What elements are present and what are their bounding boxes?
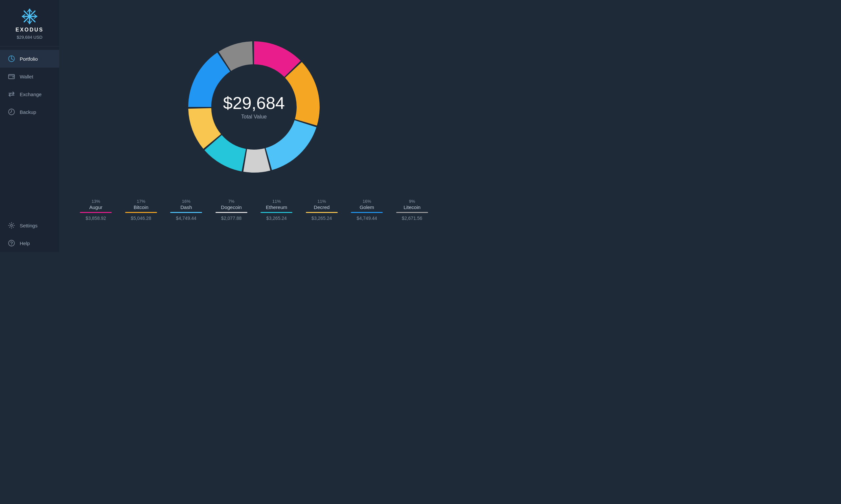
legend: 13% Augur $3,858.92 17% Bitcoin $5,046.2…: [73, 196, 435, 224]
legend-pct-decred: 11%: [317, 199, 326, 204]
legend-name-dogecoin: Dogecoin: [221, 204, 242, 210]
sidebar-item-help[interactable]: Help: [0, 234, 59, 252]
legend-item-litecoin: 9% Litecoin $2,671.56: [390, 196, 435, 224]
legend-item-dash: 16% Dash $4,749.44: [164, 196, 209, 224]
chart-total-label: Total Value: [223, 114, 285, 120]
portfolio-label: Portfolio: [20, 56, 38, 62]
legend-pct-litecoin: 9%: [409, 199, 415, 204]
legend-value-augur: $3,858.92: [86, 216, 106, 221]
app-name: EXODUS: [15, 27, 44, 33]
legend-item-augur: 13% Augur $3,858.92: [73, 196, 119, 224]
svg-point-17: [11, 224, 13, 227]
legend-name-decred: Decred: [314, 204, 329, 210]
legend-pct-ethereum: 11%: [272, 199, 281, 204]
legend-pct-dash: 16%: [182, 199, 191, 204]
legend-name-bitcoin: Bitcoin: [134, 204, 149, 210]
legend-value-litecoin: $2,671.56: [402, 216, 422, 221]
sidebar-item-wallet[interactable]: Wallet: [0, 68, 59, 85]
legend-name-dash: Dash: [181, 204, 192, 210]
legend-value-decred: $3,265.24: [311, 216, 332, 221]
portfolio-chart: $29,684 Total Value: [175, 28, 333, 186]
legend-item-decred: 11% Decred $3,265.24: [299, 196, 345, 224]
legend-bar-litecoin: [396, 212, 428, 213]
exodus-logo-icon: [21, 8, 38, 25]
svg-point-18: [8, 240, 15, 246]
legend-value-bitcoin: $5,046.28: [131, 216, 151, 221]
backup-icon: [8, 108, 15, 115]
legend-item-ethereum: 11% Ethereum $3,265.24: [254, 196, 299, 224]
chart-center: $29,684 Total Value: [223, 94, 285, 120]
exchange-label: Exchange: [20, 92, 42, 97]
legend-item-golem: 16% Golem $4,749.44: [344, 196, 390, 224]
exchange-icon: [8, 91, 15, 98]
sidebar: EXODUS $29,684 USD Portfolio Wallet: [0, 0, 59, 252]
sidebar-item-backup[interactable]: Backup: [0, 103, 59, 121]
legend-pct-dogecoin: 7%: [228, 199, 235, 204]
legend-bar-dash: [170, 212, 202, 213]
sidebar-item-exchange[interactable]: Exchange: [0, 85, 59, 103]
portfolio-icon: [8, 55, 15, 62]
legend-bar-decred: [306, 212, 338, 213]
settings-icon: [8, 222, 15, 229]
legend-value-golem: $4,749.44: [357, 216, 377, 221]
total-usd-header: $29,684 USD: [17, 35, 42, 40]
chart-total-value: $29,684: [223, 94, 285, 112]
legend-pct-golem: 16%: [363, 199, 371, 204]
legend-value-ethereum: $3,265.24: [267, 216, 287, 221]
settings-label: Settings: [20, 223, 37, 228]
legend-name-augur: Augur: [89, 204, 103, 210]
legend-pct-bitcoin: 17%: [137, 199, 145, 204]
legend-value-dash: $4,749.44: [176, 216, 196, 221]
legend-bar-dogecoin: [216, 212, 247, 213]
legend-name-litecoin: Litecoin: [404, 204, 420, 210]
legend-bar-ethereum: [260, 212, 292, 213]
legend-name-golem: Golem: [360, 204, 374, 210]
help-label: Help: [20, 240, 30, 246]
legend-bar-golem: [351, 212, 383, 213]
legend-item-bitcoin: 17% Bitcoin $5,046.28: [119, 196, 164, 224]
sidebar-nav: Portfolio Wallet Exchange Backup: [0, 47, 59, 252]
sidebar-item-portfolio[interactable]: Portfolio: [0, 50, 59, 68]
legend-value-dogecoin: $2,077.88: [221, 216, 241, 221]
svg-rect-15: [13, 76, 14, 77]
legend-bar-augur: [80, 212, 112, 213]
sidebar-logo: EXODUS $29,684 USD: [0, 0, 59, 47]
backup-label: Backup: [20, 109, 36, 115]
main-content: $29,684 Total Value 13% Augur $3,858.92 …: [59, 0, 449, 252]
legend-pct-augur: 13%: [92, 199, 100, 204]
sidebar-item-settings[interactable]: Settings: [0, 217, 59, 234]
legend-name-ethereum: Ethereum: [266, 204, 287, 210]
help-icon: [8, 239, 15, 247]
legend-bar-bitcoin: [125, 212, 157, 213]
svg-point-19: [11, 245, 12, 245]
svg-point-13: [11, 58, 12, 59]
legend-item-dogecoin: 7% Dogecoin $2,077.88: [209, 196, 254, 224]
wallet-icon: [8, 73, 15, 80]
wallet-label: Wallet: [20, 74, 33, 79]
